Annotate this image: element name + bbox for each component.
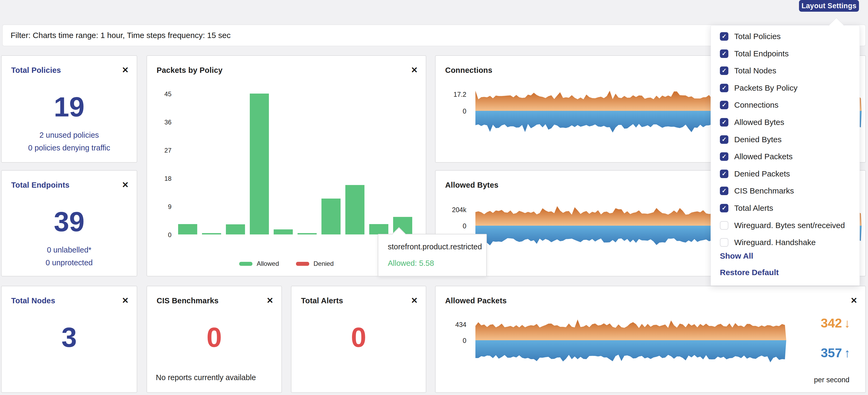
layout-option-label: Allowed Packets: [734, 152, 793, 161]
layout-option-total-endpoints[interactable]: ✓Total Endpoints: [720, 48, 788, 60]
layout-option-label: Total Policies: [734, 32, 781, 41]
cis-benchmarks-value: 0: [147, 323, 281, 351]
y-tick-label: 36: [147, 118, 172, 126]
checkbox-checked-icon[interactable]: ✓: [720, 152, 728, 161]
allowed-bar[interactable]: [321, 199, 341, 234]
checkbox-checked-icon[interactable]: ✓: [720, 170, 728, 178]
dropdown-caret: [829, 18, 844, 33]
layout-option-label: Total Alerts: [734, 204, 773, 213]
layout-settings-dropdown: ✓Total Policies✓Total Endpoints✓Total No…: [711, 25, 860, 286]
checkbox-checked-icon[interactable]: ✓: [720, 204, 728, 213]
layout-option-label: Total Nodes: [734, 66, 776, 75]
checkbox-unchecked-icon[interactable]: [720, 238, 728, 247]
close-icon[interactable]: ✕: [267, 297, 273, 305]
legend-label: Allowed: [257, 260, 279, 267]
layout-option-denied-bytes[interactable]: ✓Denied Bytes: [720, 134, 781, 145]
filter-summary-text: Filter: Charts time range: 1 hour, Time …: [11, 31, 231, 40]
allowed-bar[interactable]: [274, 229, 293, 234]
checkbox-checked-icon[interactable]: ✓: [720, 101, 728, 109]
restore-default-link[interactable]: Restore Default: [720, 268, 779, 277]
cis-benchmarks-title: CIS Benchmarks: [157, 297, 218, 305]
close-icon[interactable]: ✕: [850, 297, 857, 305]
allowed-packets-area-chart[interactable]: [475, 316, 786, 369]
layout-option-total-nodes[interactable]: ✓Total Nodes: [720, 65, 776, 77]
total-endpoints-title: Total Endpoints: [11, 181, 69, 190]
checkbox-checked-icon[interactable]: ✓: [720, 66, 728, 75]
total-nodes-value: 3: [2, 323, 137, 351]
cis-benchmarks-card: CIS Benchmarks ✕ 0 No reports currently …: [147, 286, 282, 393]
allowed-swatch-icon: [239, 262, 252, 266]
total-endpoints-card: Total Endpoints ✕ 39 0 unlabelled* 0 unp…: [1, 170, 137, 277]
layout-option-label: Denied Packets: [734, 169, 790, 178]
allowed-bar[interactable]: [178, 224, 197, 234]
tooltip-policy-name: storefront.product.restricted: [388, 243, 482, 251]
layout-option-total-alerts[interactable]: ✓Total Alerts: [720, 202, 773, 214]
y-tick-label: 18: [147, 175, 172, 182]
arrow-down-icon: ↓: [844, 317, 850, 329]
total-nodes-title: Total Nodes: [11, 297, 55, 305]
checkbox-checked-icon[interactable]: ✓: [720, 50, 728, 58]
checkbox-checked-icon[interactable]: ✓: [720, 135, 728, 144]
layout-option-label: CIS Benchmarks: [734, 186, 794, 195]
packets-down-stat: 342 ↓: [821, 317, 850, 330]
unprotected-text: 0 unprotected: [2, 258, 137, 267]
y-tick-label: 45: [147, 90, 172, 98]
connections-title: Connections: [445, 66, 492, 75]
allowed-bar[interactable]: [345, 185, 365, 234]
y-tick-label: 27: [147, 147, 172, 154]
layout-option-connections[interactable]: ✓Connections: [720, 99, 779, 111]
layout-option-total-policies[interactable]: ✓Total Policies: [720, 31, 781, 42]
close-icon[interactable]: ✕: [122, 297, 129, 305]
checkbox-unchecked-icon[interactable]: [720, 221, 728, 230]
bar-chart-plot[interactable]: [178, 56, 427, 234]
allowed-bar[interactable]: [202, 233, 221, 234]
allowed-packets-card: Allowed Packets ✕ 434 0 342 ↓ 357 ↑ per …: [435, 286, 866, 393]
total-endpoints-value: 39: [2, 208, 137, 235]
layout-option-wireguard-handshake[interactable]: Wireguard. Handshake: [720, 236, 816, 248]
allowed-bytes-title: Allowed Bytes: [445, 181, 498, 190]
total-policies-card: Total Policies ✕ 19 2 unused policies 0 …: [1, 55, 137, 163]
close-icon[interactable]: ✕: [122, 66, 129, 74]
allowed-bar[interactable]: [298, 233, 317, 234]
layout-option-wireguard-bytes-sent-received[interactable]: Wireguard. Bytes sent/received: [720, 220, 845, 231]
unlabelled-text: 0 unlabelled*: [2, 246, 137, 254]
checkbox-checked-icon[interactable]: ✓: [720, 32, 728, 41]
layout-settings-button[interactable]: Layout Settings: [799, 0, 859, 12]
close-icon[interactable]: ✕: [411, 297, 418, 305]
layout-option-label: Allowed Bytes: [734, 118, 784, 127]
y-max-label: 17.2: [436, 91, 466, 98]
y-zero-label: 0: [436, 107, 466, 115]
layout-option-allowed-bytes[interactable]: ✓Allowed Bytes: [720, 116, 784, 128]
total-alerts-title: Total Alerts: [301, 297, 343, 305]
total-alerts-card: Total Alerts ✕ 0: [291, 286, 426, 393]
no-reports-text: No reports currently available: [156, 373, 256, 382]
layout-option-label: Wireguard. Handshake: [734, 238, 816, 247]
layout-option-label: Denied Bytes: [734, 135, 781, 144]
checkbox-checked-icon[interactable]: ✓: [720, 84, 728, 92]
layout-option-denied-packets[interactable]: ✓Denied Packets: [720, 168, 790, 180]
y-max-label: 434: [436, 321, 466, 329]
allowed-bar[interactable]: [226, 224, 245, 234]
checkbox-checked-icon[interactable]: ✓: [720, 118, 728, 126]
layout-option-label: Total Endpoints: [734, 49, 788, 58]
allowed-bar[interactable]: [369, 224, 389, 234]
layout-option-cis-benchmarks[interactable]: ✓CIS Benchmarks: [720, 185, 794, 197]
per-second-label: per second: [814, 376, 849, 384]
y-tick-label: 9: [147, 203, 172, 210]
close-icon[interactable]: ✕: [122, 181, 129, 189]
layout-option-packets-by-policy[interactable]: ✓Packets By Policy: [720, 82, 797, 94]
total-alerts-value: 0: [291, 323, 426, 351]
bar-tooltip: storefront.product.restricted Allowed: 5…: [378, 234, 487, 277]
legend-item-allowed[interactable]: Allowed: [239, 260, 279, 267]
total-nodes-card: Total Nodes ✕ 3: [1, 286, 137, 393]
allowed-bar[interactable]: [250, 93, 269, 234]
legend-item-denied[interactable]: Denied: [296, 260, 334, 267]
show-all-link[interactable]: Show All: [720, 251, 753, 260]
denied-swatch-icon: [296, 262, 309, 266]
checkbox-checked-icon[interactable]: ✓: [720, 187, 728, 195]
unused-policies-text: 2 unused policies: [2, 131, 137, 140]
layout-option-label: Packets By Policy: [734, 83, 797, 92]
layout-option-label: Wireguard. Bytes sent/received: [734, 221, 845, 230]
layout-option-allowed-packets[interactable]: ✓Allowed Packets: [720, 151, 793, 162]
arrow-up-icon: ↑: [844, 347, 850, 359]
